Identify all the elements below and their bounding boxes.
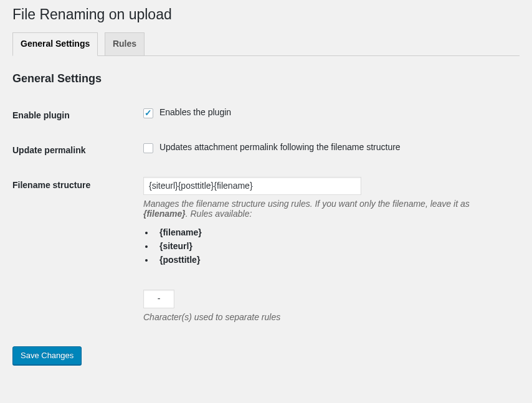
update-permalink-label: Update permalink — [12, 133, 137, 168]
filename-structure-description: Manages the filename structure using rul… — [143, 199, 513, 219]
update-permalink-checkbox[interactable] — [143, 143, 153, 153]
separator-description: Character(s) used to separate rules — [143, 312, 513, 322]
update-permalink-checkbox-label: Updates attachment permalink following t… — [159, 142, 401, 152]
enable-plugin-row[interactable]: Enables the plugin — [143, 107, 231, 117]
filename-structure-input[interactable] — [143, 177, 361, 196]
rule-item: {posttitle} — [154, 255, 513, 265]
update-permalink-row[interactable]: Updates attachment permalink following t… — [143, 142, 401, 152]
page-title: File Renaming on upload — [12, 0, 520, 27]
separator-input[interactable] — [143, 290, 174, 308]
filename-structure-label: Filename structure — [12, 168, 137, 331]
rules-list: {filename} {siteurl} {posttitle} — [154, 227, 513, 265]
enable-plugin-checkbox-label: Enables the plugin — [159, 107, 231, 117]
section-title: General Settings — [12, 72, 520, 85]
rule-item: {filename} — [154, 227, 513, 237]
submit-row: Save Changes — [12, 346, 520, 365]
save-button[interactable]: Save Changes — [12, 346, 82, 365]
settings-form-table: Enable plugin Enables the plugin Update … — [12, 98, 520, 331]
tab-general-settings[interactable]: General Settings — [12, 32, 98, 56]
enable-plugin-checkbox[interactable] — [143, 108, 153, 118]
enable-plugin-label: Enable plugin — [12, 98, 137, 133]
tabs-wrapper: General Settings Rules — [12, 27, 520, 56]
rule-item: {siteurl} — [154, 241, 513, 251]
tab-rules[interactable]: Rules — [105, 32, 145, 56]
